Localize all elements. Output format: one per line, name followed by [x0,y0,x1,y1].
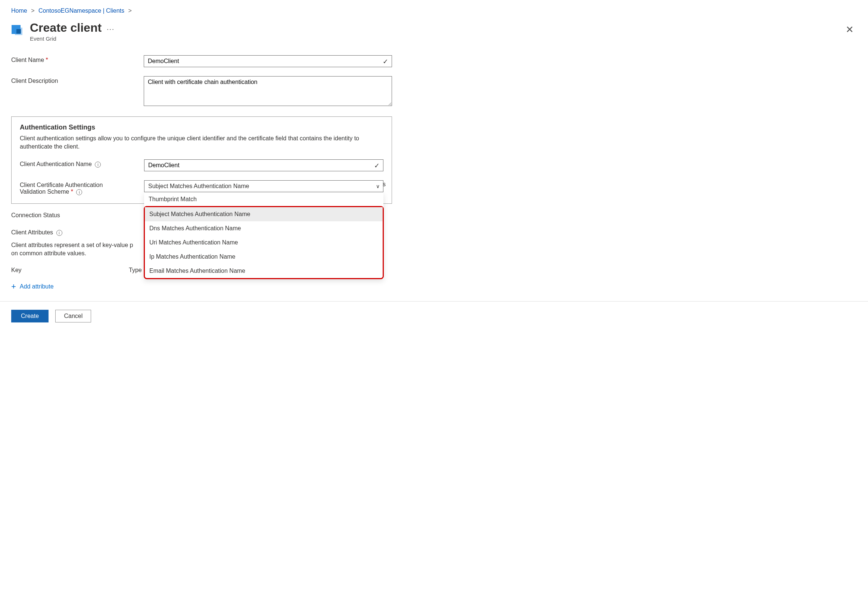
client-description-input[interactable]: Client with certificate chain authentica… [144,76,392,106]
auth-settings-title: Authentication Settings [20,123,383,131]
chevron-down-icon: ∨ [376,183,380,189]
highlight-box: Subject Matches Authentication Name Dns … [144,206,384,279]
scheme-option-thumbprint[interactable]: Thumbprint Match [144,192,383,206]
footer: Create Cancel [0,301,868,322]
create-button[interactable]: Create [11,310,48,322]
required-indicator: * [45,57,48,63]
scheme-option-uri[interactable]: Uri Matches Authentication Name [145,235,383,250]
chevron-right-icon: > [31,8,34,14]
checkmark-icon: ✓ [374,162,380,170]
client-auth-name-input[interactable] [144,160,383,171]
cancel-button[interactable]: Cancel [55,310,91,322]
client-name-label: Client Name * [11,55,144,63]
scheme-option-ip[interactable]: Ip Matches Authentication Name [145,250,383,264]
validation-scheme-select[interactable]: Subject Matches Authentication Name [144,180,383,192]
info-icon[interactable]: i [76,189,82,195]
client-description-label: Client Description [11,76,144,84]
scheme-option-email[interactable]: Email Matches Authentication Name [145,264,383,278]
breadcrumb-home[interactable]: Home [11,8,27,14]
auth-settings-description: Client authentication settings allow you… [20,134,383,151]
auth-name-label: Client Authentication Name i [20,160,144,167]
plus-icon: + [11,282,16,292]
page-header: Create client Event Grid ··· ✕ [11,21,857,42]
validation-scheme-dropdown: Thumbprint Match Subject Matches Authent… [144,192,383,279]
authentication-settings-section: Authentication Settings Client authentic… [11,116,392,204]
svg-rect-2 [17,29,21,33]
scheme-option-subject[interactable]: Subject Matches Authentication Name [145,207,383,221]
client-name-input[interactable] [144,55,392,67]
add-attribute-button[interactable]: + Add attribute [11,282,54,292]
truncated-text: s [383,181,386,188]
chevron-right-icon: > [128,8,131,14]
breadcrumb: Home > ContosoEGNamespace | Clients > [11,8,857,14]
scheme-option-dns[interactable]: Dns Matches Authentication Name [145,221,383,235]
close-icon[interactable]: ✕ [845,21,857,35]
info-icon[interactable]: i [56,230,62,236]
info-icon[interactable]: i [95,162,101,167]
resource-icon [11,23,25,36]
page-title: Create client [30,21,101,35]
key-column-header: Key [11,267,129,274]
breadcrumb-namespace[interactable]: ContosoEGNamespace | Clients [38,8,124,14]
page-subtitle: Event Grid [30,35,101,42]
checkmark-icon: ✓ [383,57,388,66]
validation-scheme-label: Client Certificate Authentication Valida… [20,180,144,195]
more-menu-icon[interactable]: ··· [107,21,115,33]
